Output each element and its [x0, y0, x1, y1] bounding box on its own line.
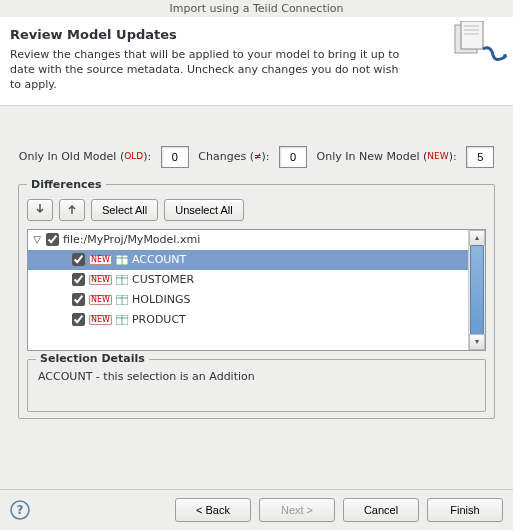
- finish-button[interactable]: Finish: [427, 498, 503, 522]
- differences-legend: Differences: [27, 178, 106, 191]
- svg-text:?: ?: [17, 503, 24, 517]
- scroll-up-icon[interactable]: ▴: [469, 230, 485, 246]
- wizard-window: Import using a Teiid Connection Review M…: [0, 0, 513, 530]
- new-tag-icon: NEW: [427, 151, 448, 161]
- item-checkbox[interactable]: [72, 273, 85, 286]
- differences-tree: ▽ file:/MyProj/MyModel.xmi NEW ACCOUNT N…: [27, 229, 486, 351]
- expand-all-button[interactable]: [27, 199, 53, 221]
- new-badge-icon: NEW: [89, 255, 112, 265]
- changes-count[interactable]: [279, 146, 307, 168]
- window-title: Import using a Teiid Connection: [0, 0, 513, 17]
- help-icon[interactable]: ?: [10, 500, 30, 520]
- next-button: Next >: [259, 498, 335, 522]
- banner: Review Model Updates Review the changes …: [0, 17, 513, 106]
- page-description: Review the changes that will be applied …: [10, 48, 410, 93]
- back-button[interactable]: < Back: [175, 498, 251, 522]
- tree-item-label: CUSTOMER: [132, 273, 194, 286]
- body-area: Only In Old Model (OLD): Changes (≠): On…: [0, 106, 513, 439]
- svg-point-5: [503, 54, 507, 58]
- only-new-count[interactable]: [466, 146, 494, 168]
- item-checkbox[interactable]: [72, 313, 85, 326]
- old-tag-icon: OLD: [124, 151, 143, 161]
- connection-icon: [453, 21, 507, 68]
- tree-root-row[interactable]: ▽ file:/MyProj/MyModel.xmi: [28, 230, 468, 250]
- counter-row: Only In Old Model (OLD): Changes (≠): On…: [18, 146, 495, 168]
- page-title: Review Model Updates: [10, 27, 503, 42]
- select-all-button[interactable]: Select All: [91, 199, 158, 221]
- selection-details-legend: Selection Details: [36, 352, 149, 365]
- root-checkbox[interactable]: [46, 233, 59, 246]
- table-icon: [116, 275, 128, 285]
- tree-item-label: HOLDINGS: [132, 293, 191, 306]
- table-icon: [116, 315, 128, 325]
- differences-toolbar: Select All Unselect All: [27, 199, 486, 221]
- selection-details-text: ACCOUNT - this selection is an Addition: [38, 370, 475, 383]
- new-badge-icon: NEW: [89, 315, 112, 325]
- cancel-button[interactable]: Cancel: [343, 498, 419, 522]
- collapse-all-button[interactable]: [59, 199, 85, 221]
- tree-scrollbar[interactable]: ▴ ▾: [468, 230, 485, 350]
- tree-root-label: file:/MyProj/MyModel.xmi: [63, 233, 200, 246]
- only-old-label: Only In Old Model (OLD):: [19, 150, 151, 163]
- selection-details-group: Selection Details ACCOUNT - this selecti…: [27, 359, 486, 412]
- differences-group: Differences Select All Unselect All ▽ fi…: [18, 178, 495, 419]
- item-checkbox[interactable]: [72, 253, 85, 266]
- scroll-down-icon[interactable]: ▾: [469, 334, 485, 350]
- changes-tag-icon: ≠: [254, 151, 262, 161]
- wizard-footer: ? < Back Next > Cancel Finish: [0, 489, 513, 530]
- item-checkbox[interactable]: [72, 293, 85, 306]
- tree-item-label: ACCOUNT: [132, 253, 186, 266]
- scroll-thumb[interactable]: [470, 245, 484, 335]
- tree-item-product[interactable]: NEW PRODUCT: [28, 310, 468, 330]
- only-new-label: Only In New Model (NEW):: [317, 150, 457, 163]
- new-badge-icon: NEW: [89, 275, 112, 285]
- unselect-all-button[interactable]: Unselect All: [164, 199, 243, 221]
- tree-item-customer[interactable]: NEW CUSTOMER: [28, 270, 468, 290]
- tree-item-label: PRODUCT: [132, 313, 186, 326]
- svg-rect-1: [461, 21, 483, 49]
- only-old-count[interactable]: [161, 146, 189, 168]
- expand-down-icon: [34, 203, 46, 215]
- tree-item-account[interactable]: NEW ACCOUNT: [28, 250, 468, 270]
- changes-label: Changes (≠):: [198, 150, 269, 163]
- table-icon: [116, 255, 128, 265]
- collapse-up-icon: [66, 203, 78, 215]
- tree-item-holdings[interactable]: NEW HOLDINGS: [28, 290, 468, 310]
- table-icon: [116, 295, 128, 305]
- expander-icon[interactable]: ▽: [32, 234, 42, 245]
- new-badge-icon: NEW: [89, 295, 112, 305]
